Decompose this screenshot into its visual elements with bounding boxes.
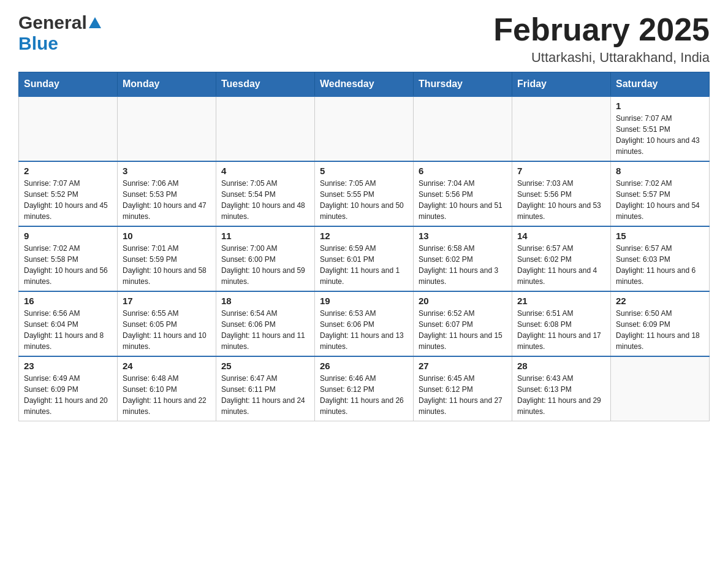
table-row: 19Sunrise: 6:53 AMSunset: 6:06 PMDayligh…: [315, 291, 414, 356]
day-info: Sunrise: 6:58 AMSunset: 6:02 PMDaylight:…: [419, 243, 507, 287]
day-info: Sunrise: 6:50 AMSunset: 6:09 PMDaylight:…: [616, 308, 704, 352]
calendar-week-row: 9Sunrise: 7:02 AMSunset: 5:58 PMDaylight…: [19, 226, 710, 291]
col-tuesday: Tuesday: [216, 72, 315, 97]
day-number: 28: [517, 361, 605, 371]
day-info: Sunrise: 6:57 AMSunset: 6:02 PMDaylight:…: [517, 243, 605, 287]
day-number: 9: [24, 231, 112, 241]
day-info: Sunrise: 7:05 AMSunset: 5:54 PMDaylight:…: [221, 178, 309, 222]
table-row: [19, 96, 118, 161]
logo-triangle-icon: [89, 17, 101, 28]
day-info: Sunrise: 6:45 AMSunset: 6:12 PMDaylight:…: [419, 373, 507, 417]
calendar-header-row: Sunday Monday Tuesday Wednesday Thursday…: [19, 72, 710, 97]
day-number: 15: [616, 231, 704, 241]
day-number: 3: [123, 166, 211, 176]
table-row: 8Sunrise: 7:02 AMSunset: 5:57 PMDaylight…: [611, 161, 710, 226]
table-row: [512, 96, 611, 161]
day-number: 14: [517, 231, 605, 241]
day-number: 20: [419, 296, 507, 306]
day-info: Sunrise: 6:56 AMSunset: 6:04 PMDaylight:…: [24, 308, 112, 352]
logo-area: General Blue: [18, 12, 103, 54]
col-thursday: Thursday: [414, 72, 512, 97]
day-info: Sunrise: 6:46 AMSunset: 6:12 PMDaylight:…: [320, 373, 408, 417]
calendar-week-row: 2Sunrise: 7:07 AMSunset: 5:52 PMDaylight…: [19, 161, 710, 226]
day-number: 17: [123, 296, 211, 306]
day-info: Sunrise: 7:06 AMSunset: 5:53 PMDaylight:…: [123, 178, 211, 222]
title-area: February 2025 Uttarkashi, Uttarakhand, I…: [493, 12, 710, 66]
day-info: Sunrise: 7:03 AMSunset: 5:56 PMDaylight:…: [517, 178, 605, 222]
table-row: 5Sunrise: 7:05 AMSunset: 5:55 PMDaylight…: [315, 161, 414, 226]
day-info: Sunrise: 6:54 AMSunset: 6:06 PMDaylight:…: [221, 308, 309, 352]
day-info: Sunrise: 6:52 AMSunset: 6:07 PMDaylight:…: [419, 308, 507, 352]
col-wednesday: Wednesday: [315, 72, 414, 97]
table-row: [315, 96, 414, 161]
location-title: Uttarkashi, Uttarakhand, India: [493, 50, 710, 66]
day-info: Sunrise: 6:43 AMSunset: 6:13 PMDaylight:…: [517, 373, 605, 417]
col-sunday: Sunday: [19, 72, 118, 97]
table-row: [414, 96, 512, 161]
col-saturday: Saturday: [611, 72, 710, 97]
table-row: 13Sunrise: 6:58 AMSunset: 6:02 PMDayligh…: [414, 226, 512, 291]
page-header: General Blue February 2025 Uttarkashi, U…: [18, 12, 710, 66]
day-number: 21: [517, 296, 605, 306]
table-row: 18Sunrise: 6:54 AMSunset: 6:06 PMDayligh…: [216, 291, 315, 356]
day-number: 27: [419, 361, 507, 371]
day-number: 4: [221, 166, 309, 176]
day-number: 24: [123, 361, 211, 371]
day-info: Sunrise: 7:01 AMSunset: 5:59 PMDaylight:…: [123, 243, 211, 287]
day-info: Sunrise: 7:02 AMSunset: 5:58 PMDaylight:…: [24, 243, 112, 287]
day-number: 7: [517, 166, 605, 176]
logo-blue-row: Blue: [18, 33, 58, 54]
table-row: 24Sunrise: 6:48 AMSunset: 6:10 PMDayligh…: [118, 356, 216, 421]
day-number: 22: [616, 296, 704, 306]
day-number: 25: [221, 361, 309, 371]
logo-general: General: [18, 12, 87, 33]
day-info: Sunrise: 6:59 AMSunset: 6:01 PMDaylight:…: [320, 243, 408, 287]
day-number: 13: [419, 231, 507, 241]
day-info: Sunrise: 6:53 AMSunset: 6:06 PMDaylight:…: [320, 308, 408, 352]
table-row: 17Sunrise: 6:55 AMSunset: 6:05 PMDayligh…: [118, 291, 216, 356]
table-row: 1Sunrise: 7:07 AMSunset: 5:51 PMDaylight…: [611, 96, 710, 161]
table-row: 4Sunrise: 7:05 AMSunset: 5:54 PMDaylight…: [216, 161, 315, 226]
day-info: Sunrise: 7:02 AMSunset: 5:57 PMDaylight:…: [616, 178, 704, 222]
day-number: 2: [24, 166, 112, 176]
col-friday: Friday: [512, 72, 611, 97]
day-number: 23: [24, 361, 112, 371]
day-info: Sunrise: 6:51 AMSunset: 6:08 PMDaylight:…: [517, 308, 605, 352]
table-row: 3Sunrise: 7:06 AMSunset: 5:53 PMDaylight…: [118, 161, 216, 226]
day-number: 16: [24, 296, 112, 306]
table-row: 27Sunrise: 6:45 AMSunset: 6:12 PMDayligh…: [414, 356, 512, 421]
day-number: 10: [123, 231, 211, 241]
day-number: 6: [419, 166, 507, 176]
table-row: 12Sunrise: 6:59 AMSunset: 6:01 PMDayligh…: [315, 226, 414, 291]
table-row: 21Sunrise: 6:51 AMSunset: 6:08 PMDayligh…: [512, 291, 611, 356]
month-title: February 2025: [493, 12, 710, 47]
table-row: 9Sunrise: 7:02 AMSunset: 5:58 PMDaylight…: [19, 226, 118, 291]
table-row: 6Sunrise: 7:04 AMSunset: 5:56 PMDaylight…: [414, 161, 512, 226]
calendar-week-row: 23Sunrise: 6:49 AMSunset: 6:09 PMDayligh…: [19, 356, 710, 421]
table-row: 16Sunrise: 6:56 AMSunset: 6:04 PMDayligh…: [19, 291, 118, 356]
table-row: 11Sunrise: 7:00 AMSunset: 6:00 PMDayligh…: [216, 226, 315, 291]
table-row: 25Sunrise: 6:47 AMSunset: 6:11 PMDayligh…: [216, 356, 315, 421]
table-row: [611, 356, 710, 421]
table-row: 10Sunrise: 7:01 AMSunset: 5:59 PMDayligh…: [118, 226, 216, 291]
day-info: Sunrise: 6:48 AMSunset: 6:10 PMDaylight:…: [123, 373, 211, 417]
table-row: 14Sunrise: 6:57 AMSunset: 6:02 PMDayligh…: [512, 226, 611, 291]
day-info: Sunrise: 7:04 AMSunset: 5:56 PMDaylight:…: [419, 178, 507, 222]
day-number: 1: [616, 101, 704, 111]
day-number: 8: [616, 166, 704, 176]
day-info: Sunrise: 7:00 AMSunset: 6:00 PMDaylight:…: [221, 243, 309, 287]
table-row: 15Sunrise: 6:57 AMSunset: 6:03 PMDayligh…: [611, 226, 710, 291]
calendar-week-row: 1Sunrise: 7:07 AMSunset: 5:51 PMDaylight…: [19, 96, 710, 161]
table-row: 23Sunrise: 6:49 AMSunset: 6:09 PMDayligh…: [19, 356, 118, 421]
table-row: [216, 96, 315, 161]
logo-blue-text: Blue: [18, 33, 58, 53]
day-info: Sunrise: 6:55 AMSunset: 6:05 PMDaylight:…: [123, 308, 211, 352]
table-row: 20Sunrise: 6:52 AMSunset: 6:07 PMDayligh…: [414, 291, 512, 356]
table-row: 28Sunrise: 6:43 AMSunset: 6:13 PMDayligh…: [512, 356, 611, 421]
day-info: Sunrise: 7:07 AMSunset: 5:51 PMDaylight:…: [616, 113, 704, 157]
table-row: 2Sunrise: 7:07 AMSunset: 5:52 PMDaylight…: [19, 161, 118, 226]
table-row: 22Sunrise: 6:50 AMSunset: 6:09 PMDayligh…: [611, 291, 710, 356]
day-number: 19: [320, 296, 408, 306]
day-info: Sunrise: 6:57 AMSunset: 6:03 PMDaylight:…: [616, 243, 704, 287]
calendar-week-row: 16Sunrise: 6:56 AMSunset: 6:04 PMDayligh…: [19, 291, 710, 356]
